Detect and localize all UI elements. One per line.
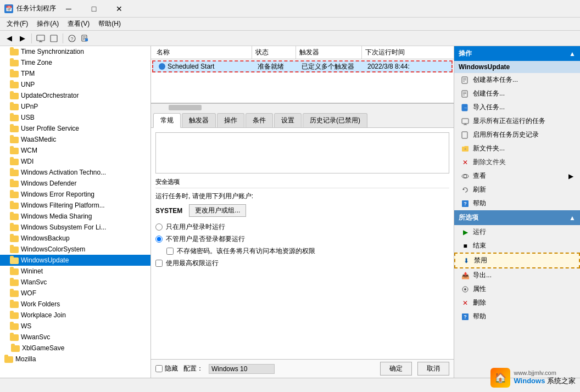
tree-label: WCM	[21, 147, 37, 154]
tab-triggers[interactable]: 触发器	[182, 113, 216, 127]
folder-icon	[10, 93, 19, 99]
panel-item-create[interactable]: 创建任务...	[454, 87, 580, 100]
col-header-trigger[interactable]: 触发器	[296, 46, 362, 59]
tree-item-winbackup[interactable]: WindowsBackup	[0, 233, 150, 244]
table-row[interactable]: Scheduled Start 准备就绪 已定义多个触发器 2022/3/8 8…	[152, 60, 453, 72]
description-box[interactable]	[155, 132, 449, 173]
folder-icon	[10, 159, 19, 165]
tree-item-winerrreport[interactable]: Windows Error Reporting	[0, 189, 150, 200]
tab-history[interactable]: 历史记录(已禁用)	[303, 113, 367, 127]
checkbox-highest-priv[interactable]	[155, 260, 163, 267]
col-header-name[interactable]: 名称	[153, 46, 252, 59]
tree-item-updateorch[interactable]: UpdateOrchestrator	[0, 90, 150, 101]
ok-button[interactable]: 确定	[380, 362, 412, 376]
tree-item-ws[interactable]: WS	[0, 321, 150, 332]
run-as-row: 运行任务时, 请使用下列用户账户:	[155, 192, 449, 201]
titlebar: 📅 任务计划程序 ─ □ ✕	[0, 0, 580, 18]
tree-item-winfiltplat[interactable]: Windows Filtering Platform...	[0, 200, 150, 211]
panel-item-refresh[interactable]: 刷新	[454, 183, 580, 197]
tree-item-winupdate[interactable]: WindowsUpdate	[0, 255, 150, 266]
h-scroll-thumb[interactable]	[169, 105, 202, 110]
checkbox-no-store-pass[interactable]	[166, 248, 174, 255]
config-select[interactable]: Windows 10	[209, 364, 275, 374]
tree-item-wof[interactable]: WOF	[0, 288, 150, 299]
back-button[interactable]: ◀	[3, 32, 15, 44]
tree-item-wincol[interactable]: WindowsColorSystem	[0, 244, 150, 255]
operations-header[interactable]: 操作 ▲	[454, 46, 580, 61]
toolbar-btn-2[interactable]	[48, 32, 60, 44]
toolbar-btn-4[interactable]	[79, 32, 91, 44]
collapse-icon: ▲	[569, 50, 576, 58]
tree-item-waasmedic[interactable]: WaaSMedic	[0, 134, 150, 145]
tab-conditions[interactable]: 条件	[246, 113, 273, 127]
close-button[interactable]: ✕	[107, 0, 132, 18]
menu-help[interactable]: 帮助(H)	[94, 18, 125, 30]
folder-icon	[10, 148, 19, 154]
panel-item-run[interactable]: ▶ 运行	[454, 225, 580, 239]
tree-item-wwansvc[interactable]: WwanSvc	[0, 332, 150, 343]
cell-name: Scheduled Start	[155, 61, 254, 71]
forward-button[interactable]: ▶	[16, 32, 29, 44]
menu-action[interactable]: 操作(A)	[32, 18, 63, 30]
panel-item-new-folder[interactable]: + 新文件夹...	[454, 142, 580, 155]
tree-item-userprofile[interactable]: User Profile Service	[0, 123, 150, 134]
panel-item-disable[interactable]: ⬇ 禁用	[454, 253, 580, 268]
watermark-brand: Windows 系统之家	[514, 376, 576, 386]
tree-item-workfolders[interactable]: Work Folders	[0, 299, 150, 310]
tree-item-upnp[interactable]: UPnP	[0, 101, 150, 112]
tree-item-xblgamesave[interactable]: XblGameSave	[0, 343, 150, 354]
minimize-button[interactable]: ─	[56, 0, 81, 18]
toolbar-btn-3[interactable]: ?	[66, 32, 78, 44]
panel-item-help-sub[interactable]: ? 帮助	[454, 310, 580, 323]
folder-icon	[10, 236, 19, 242]
tree-item-timezone[interactable]: Time Zone	[0, 57, 150, 68]
hidden-checkbox[interactable]	[155, 365, 163, 372]
tree-item-wininet[interactable]: Wininet	[0, 266, 150, 277]
tree-item-wcm[interactable]: WCM	[0, 145, 150, 156]
tree-label: Work Folders	[21, 300, 60, 308]
panel-item-create-basic[interactable]: 创建基本任务...	[454, 73, 580, 87]
col-header-next[interactable]: 下次运行时间	[362, 46, 451, 59]
selected-header[interactable]: 所选项 ▲	[454, 210, 580, 225]
tab-general[interactable]: 常规	[153, 113, 181, 128]
panel-item-help-main[interactable]: ? 帮助	[454, 197, 580, 210]
panel-item-import[interactable]: → 导入任务...	[454, 100, 580, 114]
tree-item-wlansvc[interactable]: WlanSvc	[0, 277, 150, 288]
toolbar-btn-1[interactable]	[35, 32, 47, 44]
panel-item-export[interactable]: 📤 导出...	[454, 268, 580, 282]
enable-history-icon	[461, 131, 470, 139]
maximize-button[interactable]: □	[81, 0, 107, 18]
col-header-status[interactable]: 状态	[252, 46, 296, 59]
table-h-scrollbar[interactable]	[151, 103, 454, 111]
tree-item-usb[interactable]: USB	[0, 112, 150, 123]
folder-icon	[11, 345, 20, 352]
panel-item-enable-history[interactable]: 启用所有任务历史记录	[454, 128, 580, 142]
tab-settings[interactable]: 设置	[274, 113, 302, 127]
menu-file[interactable]: 文件(F)	[2, 18, 32, 30]
tree-item-unp[interactable]: UNP	[0, 79, 150, 90]
tree-item-winmedia[interactable]: Windows Media Sharing	[0, 211, 150, 222]
menu-view[interactable]: 查看(V)	[63, 18, 94, 30]
panel-item-view[interactable]: 查看 ▶	[454, 169, 580, 183]
tree-item-mozilla[interactable]: Mozilla	[0, 354, 150, 365]
radio-login-only[interactable]	[155, 223, 163, 231]
tree-item-workplacejoin[interactable]: Workplace Join	[0, 310, 150, 321]
tab-actions[interactable]: 操作	[217, 113, 244, 127]
radio-always[interactable]	[155, 236, 163, 243]
tree-item-time-sync[interactable]: Time Synchronization	[0, 46, 150, 57]
svg-marker-28	[463, 188, 465, 190]
panel-item-delete[interactable]: ✕ 删除	[454, 296, 580, 310]
panel-label: 创建基本任务...	[473, 75, 518, 85]
change-user-button[interactable]: 更改用户或组...	[189, 204, 246, 217]
cancel-button[interactable]: 取消	[417, 362, 449, 376]
panel-item-end[interactable]: ■ 结束	[454, 239, 580, 253]
tree-item-windefender[interactable]: Windows Defender	[0, 178, 150, 189]
tree-item-winsub[interactable]: Windows Subsystem For Li...	[0, 222, 150, 233]
run-as-label: 运行任务时, 请使用下列用户账户:	[155, 192, 253, 201]
tree-item-winact[interactable]: Windows Activation Techno...	[0, 167, 150, 178]
panel-item-delete-folder[interactable]: ✕ 删除文件夹	[454, 155, 580, 169]
panel-item-show-running[interactable]: 显示所有正在运行的任务	[454, 114, 580, 128]
tree-item-tpm[interactable]: TPM	[0, 68, 150, 79]
tree-item-wdi[interactable]: WDI	[0, 156, 150, 167]
panel-item-properties[interactable]: 属性	[454, 282, 580, 296]
